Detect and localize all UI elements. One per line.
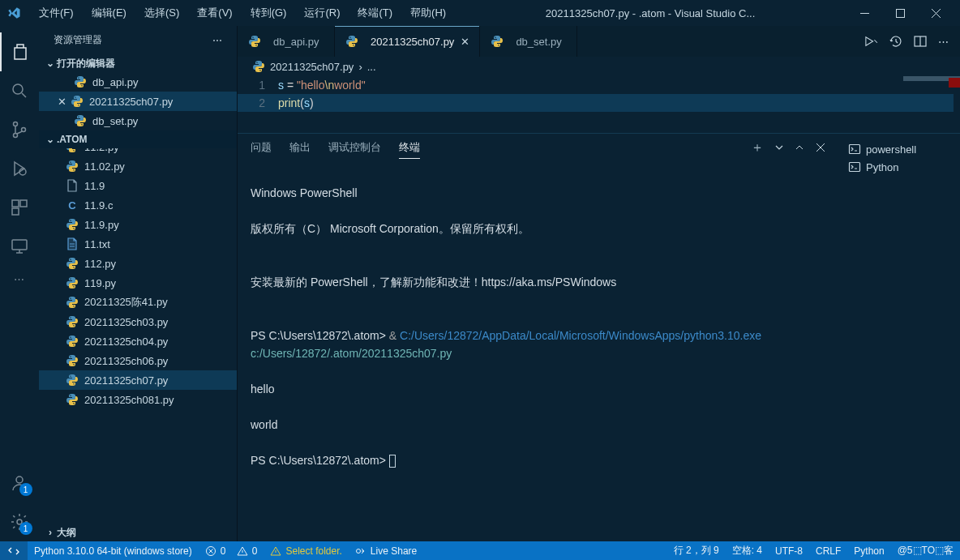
status-encoding[interactable]: UTF-8 — [769, 544, 809, 558]
panel-tab[interactable]: 终端 — [399, 137, 420, 159]
menu-item[interactable]: 转到(G) — [242, 2, 295, 24]
menu-item[interactable]: 运行(R) — [296, 2, 348, 24]
file-tree-item[interactable]: 11.txt — [39, 234, 237, 254]
menu-item[interactable]: 选择(S) — [136, 2, 187, 24]
terminal-instance[interactable]: powershell — [845, 140, 954, 158]
svg-point-3 — [13, 122, 17, 126]
window-title: 20211325ch07.py - .atom - Visual Studio … — [454, 7, 846, 19]
explorer-icon[interactable] — [0, 32, 39, 71]
folder-section[interactable]: ⌄.ATOM — [39, 130, 237, 148]
file-tree-item[interactable]: 20211325ch07.py — [39, 370, 237, 390]
file-tree-item[interactable]: 20211325ch04.py — [39, 331, 237, 351]
svg-point-2 — [13, 84, 23, 94]
close-icon[interactable]: ✕ — [54, 96, 70, 108]
file-icon — [65, 276, 79, 290]
account-icon[interactable]: 1 — [0, 464, 39, 502]
history-icon[interactable] — [889, 35, 902, 48]
code-editor[interactable]: 12 s = "hello\nworld" print(s) — [238, 76, 960, 133]
svg-rect-8 — [20, 200, 27, 207]
file-label: 20211325陈41.py — [84, 295, 168, 310]
tab-more-icon[interactable]: ⋯ — [938, 36, 949, 48]
outline-section[interactable]: ›大纲 — [39, 524, 237, 541]
terminal-instance[interactable]: Python — [845, 158, 954, 176]
editor-tab[interactable]: 20211325ch07.py✕ — [335, 26, 480, 57]
menu-item[interactable]: 查看(V) — [189, 2, 240, 24]
open-editor-item[interactable]: ✕20211325ch07.py — [39, 92, 237, 111]
sidebar: 资源管理器 ⋯ ⌄打开的编辑器 db_api.py✕20211325ch07.p… — [39, 26, 238, 541]
svg-rect-1 — [896, 9, 904, 17]
menu-item[interactable]: 文件(F) — [31, 2, 82, 24]
search-icon[interactable] — [0, 71, 39, 110]
panel-tab[interactable]: 问题 — [251, 137, 272, 158]
minimize-button[interactable] — [846, 0, 882, 26]
status-python[interactable]: Python 3.10.0 64-bit (windows store) — [28, 545, 199, 557]
file-tree-item[interactable]: 11.2.py — [39, 148, 237, 156]
svg-rect-15 — [850, 163, 860, 172]
file-label: 11.9 — [84, 180, 105, 192]
maximize-panel-icon[interactable] — [795, 143, 804, 152]
python-file-icon — [70, 94, 84, 109]
new-terminal-icon[interactable]: ＋ — [751, 139, 764, 156]
file-tree-item[interactable]: C11.9.c — [39, 195, 237, 215]
file-tree-item[interactable]: 20211325ch03.py — [39, 312, 237, 331]
file-tree-item[interactable]: 20211325ch06.py — [39, 351, 237, 370]
editor-tab[interactable]: db_set.py — [480, 26, 577, 57]
remote-button[interactable] — [0, 541, 28, 560]
file-tree-item[interactable]: 11.02.py — [39, 156, 237, 176]
vscode-logo-icon — [6, 6, 21, 20]
python-file-icon — [490, 34, 504, 49]
menu-item[interactable]: 编辑(E) — [84, 2, 135, 24]
file-tree-item[interactable]: 112.py — [39, 254, 237, 273]
status-select-folder[interactable]: Select folder. — [264, 545, 348, 557]
editor-tab[interactable]: db_api.py — [238, 26, 335, 57]
python-file-icon — [247, 34, 262, 49]
account-badge: 1 — [19, 483, 32, 496]
file-label: 11.9.c — [84, 199, 113, 212]
file-tree-item[interactable]: 119.py — [39, 273, 237, 293]
file-label: 11.9.py — [84, 219, 119, 231]
file-label: 11.02.py — [84, 160, 125, 173]
file-tree-item[interactable]: 20211325ch081.py — [39, 390, 237, 409]
file-label: 20211325ch03.py — [84, 316, 168, 328]
file-tree-item[interactable]: 20211325陈41.py — [39, 293, 237, 312]
status-lang[interactable]: Python — [847, 544, 890, 558]
split-editor-icon[interactable] — [914, 35, 927, 48]
file-tree-item[interactable]: 11.9.py — [39, 215, 237, 234]
terminal-output[interactable]: Windows PowerShell 版权所有（C） Microsoft Cor… — [238, 161, 838, 541]
run-button[interactable] — [864, 36, 878, 47]
remote-explorer-icon[interactable] — [0, 227, 39, 266]
run-debug-icon[interactable] — [0, 149, 39, 188]
settings-icon[interactable]: 1 — [0, 502, 39, 541]
menu-item[interactable]: 终端(T) — [349, 2, 401, 24]
file-tree-item[interactable]: 11.9 — [39, 176, 237, 195]
editor-area: db_api.py20211325ch07.py✕db_set.py ⋯ 202… — [238, 26, 960, 541]
status-problems[interactable]: 0 0 — [199, 545, 264, 557]
sidebar-more-icon[interactable]: ⋯ — [212, 35, 222, 46]
close-button[interactable] — [918, 0, 954, 26]
svg-point-17 — [356, 549, 360, 553]
source-control-icon[interactable] — [0, 110, 39, 149]
more-icon[interactable]: ⋯ — [0, 266, 39, 292]
status-cursor[interactable]: 行 2，列 9 — [667, 544, 726, 558]
status-live-share[interactable]: Live Share — [349, 545, 423, 557]
close-panel-icon[interactable] — [816, 143, 825, 152]
close-icon[interactable]: ✕ — [461, 36, 469, 48]
status-feedback[interactable]: @5⬚TO⬚客 — [891, 544, 960, 558]
panel-tab[interactable]: 调试控制台 — [328, 137, 381, 158]
terminal-icon — [848, 160, 861, 173]
breadcrumb[interactable]: 20211325ch07.py›... — [238, 57, 960, 76]
file-icon — [65, 353, 79, 368]
titlebar: 文件(F)编辑(E)选择(S)查看(V)转到(G)运行(R)终端(T)帮助(H)… — [0, 0, 960, 26]
terminal-dropdown-icon[interactable] — [775, 143, 783, 152]
open-editor-item[interactable]: db_set.py — [39, 111, 237, 130]
status-spaces[interactable]: 空格: 4 — [726, 544, 769, 558]
panel-tab[interactable]: 输出 — [289, 137, 311, 158]
menu-item[interactable]: 帮助(H) — [402, 2, 454, 24]
extensions-icon[interactable] — [0, 188, 39, 227]
open-editors-section[interactable]: ⌄打开的编辑器 — [39, 54, 237, 72]
file-icon — [65, 373, 79, 387]
status-eol[interactable]: CRLF — [809, 544, 847, 558]
maximize-button[interactable] — [882, 0, 918, 26]
file-icon — [65, 237, 79, 251]
open-editor-item[interactable]: db_api.py — [39, 72, 237, 92]
